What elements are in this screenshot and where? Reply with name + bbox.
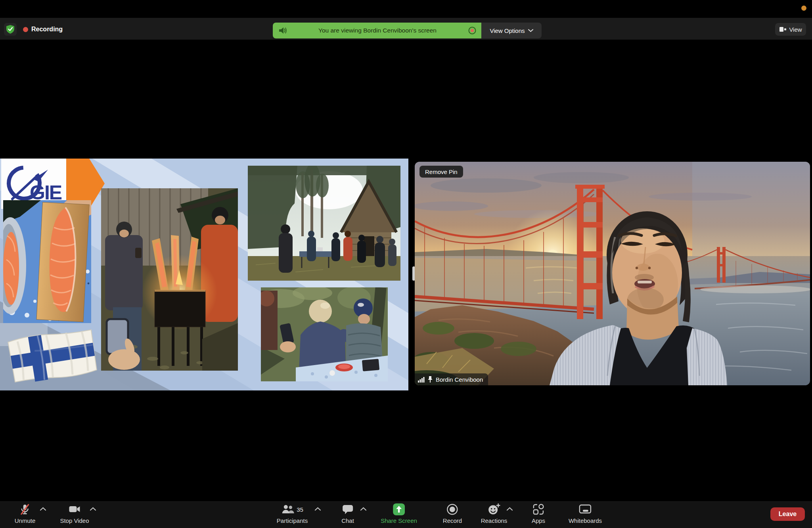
stop-video-chevron-up[interactable] bbox=[90, 507, 96, 511]
participant-name-tag: Bordin Cenviboon bbox=[415, 373, 488, 385]
unmute-chevron-up[interactable] bbox=[40, 507, 46, 511]
stop-share-ring-icon bbox=[468, 26, 477, 35]
security-shield-button[interactable] bbox=[4, 23, 17, 36]
reactions-label: Reactions bbox=[481, 517, 508, 524]
participants-label: Participants bbox=[277, 517, 308, 524]
viewing-banner-text: You are viewing Bordin Cenviboon's scree… bbox=[287, 27, 468, 34]
remove-pin-button[interactable]: Remove Pin bbox=[419, 166, 463, 178]
photo-forest-cabin bbox=[248, 163, 400, 281]
photo-salmon-fillets bbox=[0, 197, 96, 323]
camera-icon bbox=[69, 503, 80, 515]
chat-icon bbox=[342, 504, 354, 515]
unmute-label: Unmute bbox=[15, 517, 36, 524]
participants-button[interactable]: 35 Participants bbox=[277, 503, 308, 524]
participants-chevron-up[interactable] bbox=[314, 507, 321, 511]
viewing-banner: You are viewing Bordin Cenviboon's scree… bbox=[273, 23, 542, 38]
chat-button[interactable]: Chat bbox=[341, 503, 354, 524]
recording-label: Recording bbox=[31, 25, 63, 34]
photo-group-table bbox=[257, 286, 388, 381]
stop-video-label: Stop Video bbox=[60, 517, 89, 524]
participants-icon bbox=[281, 504, 295, 515]
zoom-meeting-window: Recording You are viewing Bordin Cenvibo… bbox=[0, 0, 812, 528]
chevron-down-icon bbox=[528, 29, 533, 32]
whiteboards-label: Whiteboards bbox=[569, 517, 602, 524]
record-button[interactable]: Record bbox=[443, 503, 462, 524]
reactions-button[interactable]: Reactions bbox=[481, 503, 508, 524]
signal-bars-icon bbox=[418, 377, 425, 383]
participant-video bbox=[415, 162, 810, 385]
unmute-button[interactable]: Unmute bbox=[15, 503, 36, 524]
view-options-label: View Options bbox=[490, 27, 525, 34]
titlebar-strip bbox=[0, 0, 812, 18]
viewing-banner-green: You are viewing Bordin Cenviboon's scree… bbox=[273, 23, 481, 38]
participant-name-label: Bordin Cenviboon bbox=[436, 376, 483, 383]
remove-pin-label: Remove Pin bbox=[425, 168, 458, 175]
whiteboards-button[interactable]: Whiteboards bbox=[569, 503, 602, 524]
view-layout-icon bbox=[779, 26, 786, 33]
stop-video-button[interactable]: Stop Video bbox=[60, 503, 89, 524]
view-options-button[interactable]: View Options bbox=[481, 23, 542, 38]
chat-label: Chat bbox=[341, 517, 354, 524]
view-label: View bbox=[789, 26, 802, 33]
apps-button[interactable]: Apps bbox=[532, 503, 545, 524]
share-screen-label: Share Screen bbox=[381, 517, 417, 524]
reactions-icon bbox=[488, 503, 500, 515]
slide-graphic: GIE Feel the Experience bbox=[0, 159, 408, 390]
speaker-icon bbox=[278, 26, 287, 35]
share-screen-icon bbox=[393, 503, 405, 515]
mic-muted-icon bbox=[19, 503, 31, 515]
leave-label: Leave bbox=[779, 511, 797, 518]
chat-chevron-up[interactable] bbox=[360, 507, 367, 511]
view-button[interactable]: View bbox=[775, 23, 806, 36]
reactions-chevron-up[interactable] bbox=[506, 507, 513, 511]
leave-button[interactable]: Leave bbox=[770, 507, 805, 521]
share-screen-button[interactable]: Share Screen bbox=[381, 503, 417, 524]
pin-icon bbox=[427, 376, 433, 383]
apps-label: Apps bbox=[532, 517, 545, 524]
whiteboards-icon bbox=[579, 504, 592, 515]
record-label: Record bbox=[443, 517, 462, 524]
shield-check-icon bbox=[6, 25, 14, 34]
pinned-video-tile: Remove Pin Bordin Cenviboon bbox=[415, 162, 810, 385]
camera-indicator-dot bbox=[801, 6, 806, 11]
participants-count: 35 bbox=[297, 506, 303, 513]
photo-fire-salmon bbox=[101, 188, 238, 371]
apps-icon bbox=[532, 503, 544, 515]
recording-dot-icon bbox=[23, 27, 28, 32]
record-icon bbox=[446, 503, 458, 515]
shared-screen-content: GIE Feel the Experience bbox=[0, 159, 408, 390]
